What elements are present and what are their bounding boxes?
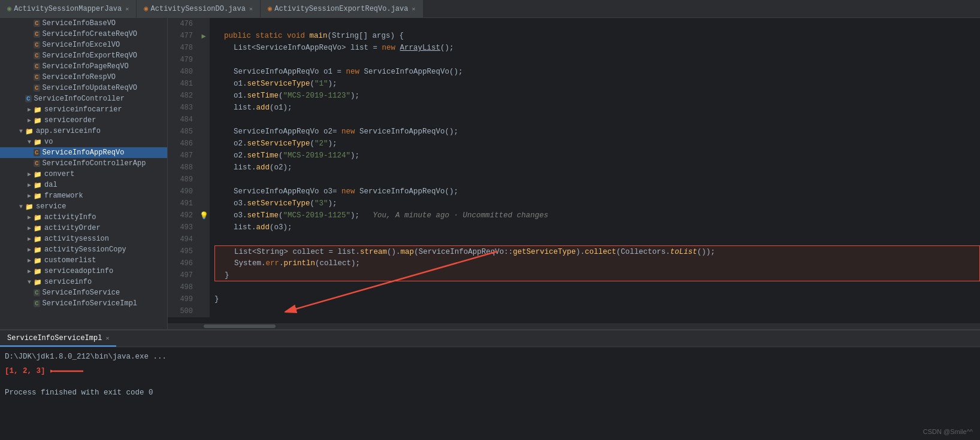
tab-bar: ◉ ActivitySessionMapperJava ✕ ◉ Activity… — [0, 0, 980, 18]
tree-item-serviceinfo[interactable]: ▼ 📁 serviceinfo — [0, 277, 167, 287]
code-content: 476 477 478 479 480 481 482 483 484 485 … — [168, 18, 980, 317]
bottom-tab-close[interactable]: ✕ — [105, 335, 109, 342]
bottom-tab-bar: ServiceInfoServiceImpl ✕ — [0, 330, 980, 347]
console-finished-text: Process finished with exit code 0 — [5, 389, 153, 397]
code-line-490: ServiceInfoAppReqVo o3= new ServiceInfoA… — [214, 186, 980, 198]
tree-item-serviceadoptinfo[interactable]: ▶ 📁 serviceadoptinfo — [0, 266, 167, 277]
folder-icon: 📁 — [34, 246, 42, 254]
horizontal-scrollbar[interactable] — [168, 323, 980, 329]
tab-export[interactable]: ◉ ActivitySessionExportReqVo.java ✕ — [261, 0, 424, 17]
tree-item-framework[interactable]: ▶ 📁 framework — [0, 190, 167, 201]
tree-label: activityInfo — [44, 213, 96, 221]
tree-item-convert[interactable]: ▶ 📁 convert — [0, 169, 167, 180]
tree-item-serviceinfocarrier[interactable]: ▶ 📁 serviceinfocarrier — [0, 104, 167, 115]
tree-item-activitySessionCopy[interactable]: ▶ 📁 activitySessionCopy — [0, 244, 167, 255]
tree-item-ServiceInfoRespVO[interactable]: C ServiceInfoRespVO — [0, 72, 167, 83]
class-icon: C — [34, 149, 40, 156]
ln-482: 482 — [168, 90, 193, 102]
gutter-479 — [198, 54, 210, 66]
folder-icon: 📁 — [25, 203, 34, 211]
gutter-500 — [198, 305, 210, 317]
bottom-tab-serviceinfoimpl[interactable]: ServiceInfoServiceImpl ✕ — [0, 330, 116, 347]
tab-close-do[interactable]: ✕ — [249, 5, 253, 13]
folder-icon: 📁 — [34, 106, 42, 114]
interface-icon: C — [34, 289, 40, 296]
tab-close-export[interactable]: ✕ — [412, 5, 415, 13]
code-line-495: List < String > collect = list. stream (… — [214, 245, 980, 257]
tree-item-ServiceInfoUpdateReqVO[interactable]: C ServiceInfoUpdateReqVO — [0, 83, 167, 93]
tree-label: activitysession — [44, 235, 109, 243]
tree-label: customerlist — [44, 256, 96, 265]
ln-478: 478 — [168, 42, 193, 54]
ln-497: 497 — [168, 269, 193, 281]
tree-item-ServiceInfoController[interactable]: C ServiceInfoController — [0, 93, 167, 104]
tree-item-app-serviceinfo[interactable]: ▼ 📁 app.serviceinfo — [0, 126, 167, 136]
code-line-497: } — [214, 269, 980, 281]
folder-icon: 📁 — [25, 128, 34, 135]
ln-489: 489 — [168, 174, 193, 186]
bottom-tab-label: ServiceInfoServiceImpl — [7, 334, 102, 342]
gutter-496 — [198, 257, 210, 269]
tab-label-mapper: ActivitySessionMapperJava — [14, 5, 122, 13]
tree-item-ServiceInfoServiceImpl[interactable]: C ServiceInfoServiceImpl — [0, 298, 167, 309]
tree-item-activityOrder[interactable]: ▶ 📁 activityOrder — [0, 223, 167, 233]
arrow-right-icon: ▶ — [25, 117, 34, 124]
watermark: CSDN @Smile^^ — [923, 428, 973, 435]
tree-item-activityInfo[interactable]: ▶ 📁 activityInfo — [0, 212, 167, 223]
line-numbers: 476 477 478 479 480 481 482 483 484 485 … — [168, 18, 198, 317]
ln-493: 493 — [168, 221, 193, 233]
tree-label: app.serviceinfo — [36, 127, 101, 135]
ln-480: 480 — [168, 66, 193, 78]
tree-item-ServiceInfoBaseVO[interactable]: C ServiceInfoBaseVO — [0, 18, 167, 29]
ln-490: 490 — [168, 186, 193, 198]
tree-item-ServiceInfoExportReqVO[interactable]: C ServiceInfoExportReqVO — [0, 50, 167, 61]
tree-label: ServiceInfoExcelVO — [43, 41, 120, 49]
tree-item-customerlist[interactable]: ▶ 📁 customerlist — [0, 255, 167, 266]
tree-item-ServiceInfoPageReqVO[interactable]: C ServiceInfoPageReqVO — [0, 61, 167, 72]
tab-icon-mapper: ◉ — [7, 4, 11, 13]
ln-496: 496 — [168, 257, 193, 269]
code-editor[interactable]: 476 477 478 479 480 481 482 483 484 485 … — [168, 18, 980, 323]
gutter-490 — [198, 186, 210, 198]
tree-label: activityOrder — [44, 224, 101, 232]
ln-491: 491 — [168, 198, 193, 210]
ln-485: 485 — [168, 126, 193, 138]
tree-item-ServiceInfoService[interactable]: C ServiceInfoService — [0, 287, 167, 298]
tree-item-service[interactable]: ▼ 📁 service — [0, 201, 167, 212]
method-main: main — [310, 30, 328, 42]
ln-499: 499 — [168, 293, 193, 305]
tree-label: ServiceInfoAppReqVo — [43, 148, 125, 157]
tree-item-serviceorder[interactable]: ▶ 📁 serviceorder — [0, 115, 167, 126]
tab-mapper[interactable]: ◉ ActivitySessionMapperJava ✕ — [0, 0, 137, 17]
gutter-487 — [198, 150, 210, 162]
gutter-494 — [198, 233, 210, 245]
arrow-right-icon: ▶ — [25, 246, 34, 253]
arrow-right-icon: ▶ — [25, 214, 34, 221]
code-line-500 — [214, 305, 980, 317]
arrow-right-icon: ▶ — [25, 235, 34, 242]
gutter-486 — [198, 138, 210, 150]
class-icon: C — [34, 160, 40, 167]
tree-item-activitysession[interactable]: ▶ 📁 activitysession — [0, 233, 167, 244]
kw-static: static — [256, 30, 288, 42]
tree-item-ServiceInfoCreateReqVO[interactable]: C ServiceInfoCreateReqVO — [0, 29, 167, 40]
folder-icon: 📁 — [34, 138, 42, 146]
run-icon[interactable]: ▶ — [201, 32, 205, 41]
tab-close-mapper[interactable]: ✕ — [125, 5, 129, 13]
tab-do[interactable]: ◉ ActivitySessionDO.java ✕ — [137, 0, 261, 17]
tree-item-ServiceInfoAppReqVo[interactable]: C ServiceInfoAppReqVo — [0, 147, 167, 158]
tree-label: ServiceInfoPageReqVO — [43, 62, 129, 71]
scrollbar-thumb[interactable] — [204, 324, 276, 328]
code-line-482: o1. setTime ( "MCS-2019-1123" ); — [214, 90, 980, 102]
tree-item-ServiceInfoControllerApp[interactable]: C ServiceInfoControllerApp — [0, 158, 167, 169]
code-line-486: o2. setServiceType ( "2" ); — [214, 138, 980, 150]
tree-label: convert — [44, 170, 74, 178]
tree-item-dal[interactable]: ▶ 📁 dal — [0, 180, 167, 190]
arrow-down-icon: ▼ — [17, 128, 25, 135]
class-icon: C — [34, 52, 40, 59]
gutter-491 — [198, 198, 210, 210]
kw-public: public — [224, 30, 256, 42]
code-line-484 — [214, 114, 980, 126]
tree-item-ServiceInfoExcelVO[interactable]: C ServiceInfoExcelVO — [0, 40, 167, 50]
tree-item-vo[interactable]: ▼ 📁 vo — [0, 136, 167, 147]
